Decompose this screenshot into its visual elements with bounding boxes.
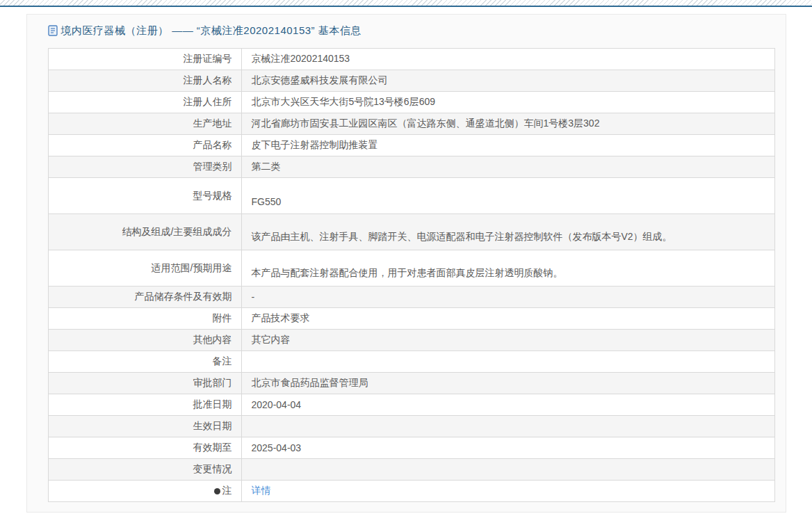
field-label-cell: 结构及组成/主要组成成分: [49, 214, 242, 250]
table-row: 变更情况: [49, 459, 774, 481]
field-value-cell: 京械注准20202140153: [242, 49, 774, 70]
field-label: 生产地址: [193, 118, 232, 130]
field-value-cell: [242, 351, 774, 372]
field-label: 变更情况: [193, 463, 232, 476]
document-icon: [48, 25, 58, 36]
table-row: 有效期至 2025-04-03: [49, 437, 774, 459]
field-label-cell: 注册人住所: [49, 92, 242, 113]
field-label: 批准日期: [193, 398, 232, 411]
field-label-cell: 审批部门: [49, 373, 242, 394]
detail-link[interactable]: 详情: [252, 485, 271, 497]
table-row: 管理类别 第二类: [49, 156, 774, 178]
page-title: 境内医疗器械（注册） —— “京械注准20202140153” 基本信息: [61, 24, 362, 38]
table-row: 其他内容 其它内容: [49, 330, 774, 351]
table-row: 注册证编号 京械注准20202140153: [49, 49, 774, 70]
field-value: -: [252, 291, 255, 303]
field-value: 本产品与配套注射器配合使用，用于对患者面部真皮层注射透明质酸钠。: [252, 267, 563, 280]
field-label: 审批部门: [193, 377, 232, 389]
field-value-cell: 2020-04-04: [242, 394, 774, 415]
field-label-cell: 有效期至: [49, 437, 242, 458]
field-label: 注册人住所: [184, 96, 232, 108]
field-value: 京械注准20202140153: [252, 53, 350, 65]
field-label-cell: 型号规格: [49, 178, 242, 213]
field-label: 附件: [213, 312, 232, 325]
table-row: 生效日期: [49, 416, 774, 437]
field-value: 第二类: [252, 161, 281, 173]
field-value: 北京市大兴区天华大街5号院13号楼6层609: [252, 96, 436, 108]
field-label: 其他内容: [193, 334, 232, 346]
field-value-cell: 皮下电子注射器控制助推装置: [242, 135, 774, 156]
field-value-cell: 河北省廊坊市固安县工业园区南区（富达路东侧、通盛道北侧）车间1号楼3层302: [242, 113, 774, 134]
field-value: 北京安德盛威科技发展有限公司: [252, 74, 388, 87]
field-label: 型号规格: [193, 190, 232, 202]
table-row: 产品名称 皮下电子注射器控制助推装置: [49, 135, 774, 156]
field-label-cell: 变更情况: [49, 459, 242, 480]
field-label: 注册证编号: [184, 53, 232, 65]
field-value: 皮下电子注射器控制助推装置: [252, 139, 378, 152]
table-row: 结构及组成/主要组成成分 该产品由主机、注射手具、脚踏开关、电源适配器和电子注射…: [49, 214, 774, 250]
table-row: 审批部门 北京市食品药品监督管理局: [49, 373, 774, 394]
field-label: 产品名称: [193, 139, 232, 152]
table-row: 备注: [49, 351, 774, 373]
field-value: 2025-04-03: [252, 442, 302, 453]
field-value-cell: 其它内容: [242, 330, 774, 350]
field-value: 产品技术要求: [252, 312, 310, 325]
field-label: 注: [222, 485, 232, 497]
table-row: 附件 产品技术要求: [49, 308, 774, 330]
field-label-cell: 注: [49, 481, 242, 501]
field-value: 北京市食品药品监督管理局: [252, 377, 368, 389]
field-value: 其它内容: [252, 334, 291, 346]
field-value: FG550: [252, 196, 282, 207]
top-decorative-stripes: [0, 0, 812, 6]
field-label-cell: 生效日期: [49, 416, 242, 437]
field-label-cell: 管理类别: [49, 156, 242, 177]
field-value-cell: [242, 416, 774, 437]
table-row: 生产地址 河北省廊坊市固安县工业园区南区（富达路东侧、通盛道北侧）车间1号楼3层…: [49, 113, 774, 135]
field-value-cell: 2025-04-03: [242, 437, 774, 458]
field-label-cell: 注册证编号: [49, 49, 242, 70]
table-row: 适用范围/预期用途 本产品与配套注射器配合使用，用于对患者面部真皮层注射透明质酸…: [49, 250, 774, 287]
field-label: 生效日期: [193, 420, 232, 433]
field-label-cell: 适用范围/预期用途: [49, 250, 242, 286]
field-label: 产品储存条件及有效期: [135, 291, 232, 303]
field-label-cell: 注册人名称: [49, 70, 242, 91]
field-value-cell: [242, 459, 774, 480]
field-value-cell: 该产品由主机、注射手具、脚踏开关、电源适配器和电子注射器控制软件（发布版本号V2…: [242, 214, 774, 250]
field-value-cell: 产品技术要求: [242, 308, 774, 329]
field-label-cell: 备注: [49, 351, 242, 372]
page-title-bar: 境内医疗器械（注册） —— “京械注准20202140153” 基本信息: [48, 22, 775, 40]
field-label: 备注: [213, 355, 232, 368]
field-value: 该产品由主机、注射手具、脚踏开关、电源适配器和电子注射器控制软件（发布版本号V2…: [252, 231, 672, 243]
field-label-cell: 产品储存条件及有效期: [49, 287, 242, 307]
field-value-cell: 北京安德盛威科技发展有限公司: [242, 70, 774, 91]
field-value-cell: 第二类: [242, 156, 774, 177]
field-value: 2020-04-04: [252, 399, 302, 410]
field-label: 有效期至: [193, 442, 232, 454]
table-row: 型号规格 FG550: [49, 178, 774, 214]
field-value-cell: FG550: [242, 178, 774, 213]
field-value-cell: -: [242, 287, 774, 307]
table-row: 注册人住所 北京市大兴区天华大街5号院13号楼6层609: [49, 92, 774, 113]
field-label-cell: 附件: [49, 308, 242, 329]
table-row: 批准日期 2020-04-04: [49, 394, 774, 416]
table-row: 产品储存条件及有效期 -: [49, 287, 774, 308]
field-label: 管理类别: [193, 161, 232, 173]
field-label-cell: 批准日期: [49, 394, 242, 415]
field-value-cell: 北京市食品药品监督管理局: [242, 373, 774, 394]
field-label: 适用范围/预期用途: [152, 262, 232, 275]
content-panel: 境内医疗器械（注册） —— “京械注准20202140153” 基本信息 注册证…: [26, 14, 786, 513]
registration-info-table: 注册证编号 京械注准20202140153 注册人名称 北京安德盛威科技发展有限…: [48, 48, 775, 502]
field-value-cell: 详情: [242, 481, 774, 501]
field-label-cell: 其他内容: [49, 330, 242, 350]
field-value-cell: 北京市大兴区天华大街5号院13号楼6层609: [242, 92, 774, 113]
note-bulb-icon: [214, 488, 220, 494]
field-label: 结构及组成/主要组成成分: [122, 226, 232, 239]
field-value-cell: 本产品与配套注射器配合使用，用于对患者面部真皮层注射透明质酸钠。: [242, 250, 774, 286]
field-label-cell: 生产地址: [49, 113, 242, 134]
field-value: 河北省廊坊市固安县工业园区南区（富达路东侧、通盛道北侧）车间1号楼3层302: [252, 118, 600, 130]
top-accent-line: [0, 6, 812, 7]
table-row: 注册人名称 北京安德盛威科技发展有限公司: [49, 70, 774, 92]
field-label-cell: 产品名称: [49, 135, 242, 156]
field-label: 注册人名称: [184, 74, 232, 87]
table-row: 注 详情: [49, 481, 774, 502]
